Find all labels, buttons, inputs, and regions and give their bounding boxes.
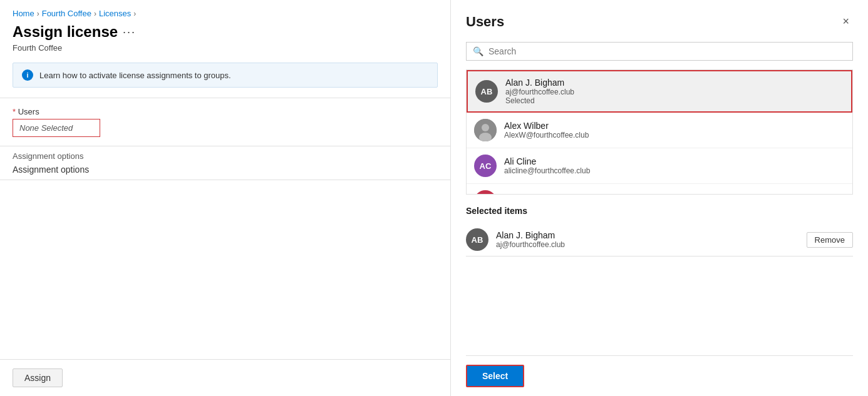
selected-avatar-alan: AB xyxy=(466,228,488,251)
remove-alan-button[interactable]: Remove xyxy=(807,232,853,248)
assignment-section: Assignment options Assignment options xyxy=(0,146,450,180)
breadcrumb: Home › Fourth Coffee › Licenses › xyxy=(0,0,450,23)
panel-header: Users × xyxy=(466,13,853,31)
avatar-alice: AB xyxy=(474,190,497,195)
page-title: Assign license ··· xyxy=(0,23,450,43)
avatar-alex xyxy=(474,119,497,141)
left-footer: Assign xyxy=(0,359,450,396)
right-footer: Select xyxy=(466,355,853,396)
panel-title: Users xyxy=(466,14,504,30)
user-name-alan: Alan J. Bigham xyxy=(505,78,574,88)
user-info-alex: Alex Wilber AlexW@fourthcoffee.club xyxy=(504,121,589,140)
user-email-alan: aj@fourthcoffee.club xyxy=(505,88,574,96)
user-item-alex[interactable]: Alex Wilber AlexW@fourthcoffee.club xyxy=(467,113,852,148)
selected-user-name-alan: Alan J. Bigham xyxy=(496,230,799,240)
breadcrumb-fourth-coffee[interactable]: Fourth Coffee xyxy=(42,9,91,18)
users-label-text: Users xyxy=(18,107,39,116)
search-box: 🔍 xyxy=(466,42,853,61)
search-input[interactable] xyxy=(488,46,846,56)
user-item-alan[interactable]: AB Alan J. Bigham aj@fourthcoffee.club S… xyxy=(467,70,852,113)
user-item-alice[interactable]: AB Alice Berry xyxy=(467,184,852,195)
breadcrumb-home[interactable]: Home xyxy=(13,9,34,18)
selected-items-label: Selected items xyxy=(466,206,853,216)
info-icon: i xyxy=(22,69,33,81)
user-info-ali: Ali Cline alicline@fourthcoffee.club xyxy=(504,156,590,175)
user-list: AB Alan J. Bigham aj@fourthcoffee.club S… xyxy=(466,69,853,195)
page-title-text: Assign license xyxy=(13,23,118,41)
assignment-options-label: Assignment options xyxy=(13,151,438,161)
users-field-label: * Users xyxy=(13,107,438,116)
breadcrumb-licenses[interactable]: Licenses xyxy=(99,9,131,18)
breadcrumb-sep-1: › xyxy=(37,9,39,18)
selected-items-section: Selected items AB Alan J. Bigham aj@four… xyxy=(466,206,853,256)
users-field-section: * Users None Selected xyxy=(0,98,450,146)
selected-user-row-alan: AB Alan J. Bigham aj@fourthcoffee.club R… xyxy=(466,223,853,256)
required-star: * xyxy=(13,107,16,116)
page-title-more-options[interactable]: ··· xyxy=(123,26,136,39)
user-name-alex: Alex Wilber xyxy=(504,121,589,131)
user-email-alex: AlexW@fourthcoffee.club xyxy=(504,131,589,140)
selected-user-info-alan: Alan J. Bigham aj@fourthcoffee.club xyxy=(496,230,799,249)
user-name-ali: Ali Cline xyxy=(504,156,590,166)
user-info-alan: Alan J. Bigham aj@fourthcoffee.club Sele… xyxy=(505,78,574,105)
info-banner: i Learn how to activate license assignme… xyxy=(13,63,438,88)
user-email-ali: alicline@fourthcoffee.club xyxy=(504,166,590,175)
close-button[interactable]: × xyxy=(839,13,853,31)
right-panel: Users × 🔍 AB Alan J. Bigham aj@fourthcof… xyxy=(451,0,868,396)
divider-3 xyxy=(0,180,450,180)
search-icon: 🔍 xyxy=(473,46,483,56)
user-item-ali[interactable]: AC Ali Cline alicline@fourthcoffee.club xyxy=(467,148,852,184)
info-banner-text: Learn how to activate license assignment… xyxy=(39,71,231,80)
assign-button[interactable]: Assign xyxy=(13,368,63,387)
svg-point-1 xyxy=(482,124,489,131)
user-selected-tag-alan: Selected xyxy=(505,96,574,105)
avatar-ali: AC xyxy=(474,155,497,177)
assignment-options-value[interactable]: Assignment options xyxy=(13,165,438,175)
breadcrumb-sep-3: › xyxy=(133,9,136,18)
select-button[interactable]: Select xyxy=(466,365,524,387)
left-panel: Home › Fourth Coffee › Licenses › Assign… xyxy=(0,0,451,396)
breadcrumb-sep-2: › xyxy=(94,9,96,18)
avatar-alan: AB xyxy=(475,80,498,103)
org-name: Fourth Coffee xyxy=(0,43,450,63)
users-field-value[interactable]: None Selected xyxy=(13,119,100,137)
selected-user-email-alan: aj@fourthcoffee.club xyxy=(496,240,799,249)
